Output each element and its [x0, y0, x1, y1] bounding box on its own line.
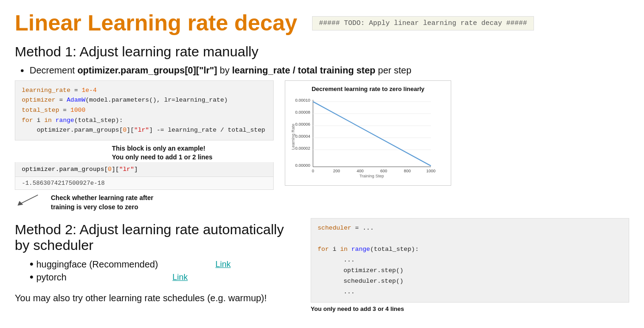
- method2-bullet2-row: • pytorch Link: [30, 272, 292, 283]
- code-inline-1: optimizer.param_groups[0]["lr"]: [77, 65, 217, 75]
- annotation1-text: This block is only an example!You only n…: [112, 144, 213, 162]
- method2-heading: Method 2: Adjust learning rate automatic…: [15, 222, 292, 253]
- sched-line-4: ...: [318, 255, 622, 266]
- arrow-icon: [15, 193, 43, 207]
- annotation2-row: Check whether learning rate aftertrainin…: [15, 192, 274, 212]
- sched-line-7: ...: [318, 287, 622, 298]
- svg-marker-1: [18, 201, 23, 206]
- code-line-1: learning_rate = 1e-4: [22, 85, 267, 96]
- method1-bullets: Decrement optimizer.param_groups[0]["lr"…: [30, 65, 629, 76]
- code-line-3: total_step = 1000: [22, 105, 267, 115]
- page-title: Linear Learning rate decay: [15, 11, 297, 36]
- sched-line-5: optimizer.step(): [318, 266, 622, 276]
- code-line-4: for i in range(total_step):: [22, 115, 267, 126]
- footer-text: You may also try other learning rate sch…: [15, 293, 292, 304]
- sched-line-6: scheduler.step(): [318, 276, 622, 287]
- header-row: Linear Learning rate decay ##### TODO: A…: [15, 11, 629, 36]
- svg-text:0.00004: 0.00004: [295, 134, 310, 139]
- svg-text:800: 800: [404, 169, 411, 173]
- method2-area: Method 2: Adjust learning rate automatic…: [15, 218, 629, 312]
- code-inline-2: learning_rate / total training step: [232, 65, 375, 75]
- svg-text:0: 0: [312, 169, 314, 173]
- svg-text:0.00006: 0.00006: [295, 122, 310, 127]
- method2-bullet1: • huggingface (Recommended): [30, 259, 158, 270]
- method2-bullets: • huggingface (Recommended) Link • pytor…: [30, 259, 292, 283]
- only-note: You only need to add 3 or 4 lines: [311, 305, 629, 312]
- method2-right: scheduler = ... for i in range(total_ste…: [311, 218, 629, 312]
- code-line-5: optimizer.param_groups[0]["lr"] -= learn…: [22, 125, 267, 135]
- svg-text:600: 600: [380, 169, 387, 173]
- method2-item1-text: huggingface (Recommended): [36, 259, 158, 270]
- method2-left: Method 2: Adjust learning rate automatic…: [15, 218, 292, 304]
- chart-title: Decrement learning rate to zero linearly: [290, 85, 446, 92]
- svg-text:1000: 1000: [426, 169, 435, 173]
- bullet-dot-1: •: [30, 259, 33, 270]
- sched-line-3: for i in range(total_step):: [318, 244, 622, 255]
- sched-line-2: [318, 234, 622, 244]
- method1-bullet1: Decrement optimizer.param_groups[0]["lr"…: [30, 65, 629, 76]
- code-result: -1.5863074217500927e-18: [15, 177, 274, 190]
- method2-bullet1-row: • huggingface (Recommended) Link: [30, 259, 292, 270]
- code-box-bottom: optimizer.param_groups[0]["lr"]: [15, 162, 274, 177]
- method1-heading: Method 1: Adjust learning rate manually: [15, 44, 629, 60]
- svg-line-21: [313, 102, 431, 166]
- chart-area: Decrement learning rate to zero linearly…: [285, 80, 451, 212]
- annotation1-row: This block is only an example!You only n…: [107, 142, 274, 162]
- svg-text:0.00000: 0.00000: [295, 163, 310, 168]
- svg-line-0: [19, 195, 38, 204]
- sched-line-1: scheduler = ...: [318, 223, 622, 234]
- method2-bullet2: • pytorch: [30, 272, 67, 283]
- code-box-main: learning_rate = 1e-4 optimizer = AdamW(m…: [15, 80, 274, 140]
- method1-content: learning_rate = 1e-4 optimizer = AdamW(m…: [15, 80, 629, 212]
- svg-text:200: 200: [333, 169, 340, 173]
- todo-badge: ##### TODO: Apply linear learning rate d…: [312, 16, 534, 30]
- annotation2-text: Check whether learning rate aftertrainin…: [51, 194, 153, 212]
- chart-container: Decrement learning rate to zero linearly…: [285, 80, 451, 186]
- code-box-scheduler: scheduler = ... for i in range(total_ste…: [311, 218, 629, 303]
- learning-rate-chart: 0.00010 0.00008 0.00006 0.00004 0.00002 …: [290, 95, 438, 178]
- svg-text:0.00002: 0.00002: [295, 146, 310, 151]
- method2-item2-text: pytorch: [36, 272, 67, 283]
- code-block-wrapper: learning_rate = 1e-4 optimizer = AdamW(m…: [15, 80, 274, 212]
- svg-text:0.00010: 0.00010: [295, 98, 310, 103]
- code-line-2: optimizer = AdamW(model.parameters(), lr…: [22, 95, 267, 105]
- svg-text:Learning Rate: Learning Rate: [291, 124, 295, 150]
- bullet-dot-2: •: [30, 272, 33, 283]
- method2-item1-link[interactable]: Link: [215, 260, 231, 269]
- method2-item2-link[interactable]: Link: [172, 273, 188, 282]
- svg-text:0.00008: 0.00008: [295, 110, 310, 115]
- svg-text:400: 400: [356, 169, 363, 173]
- svg-text:Training Step: Training Step: [359, 174, 384, 178]
